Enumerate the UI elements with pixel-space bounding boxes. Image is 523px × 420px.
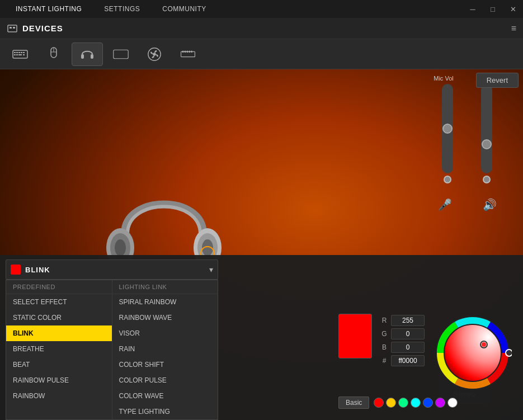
- device-keyboard-btn[interactable]: [4, 43, 36, 66]
- nav-community[interactable]: COMMUNITY: [151, 0, 218, 18]
- preset-yellow[interactable]: [386, 398, 396, 408]
- predefined-header: PREDEFINED: [6, 280, 112, 294]
- sidetone-slider[interactable]: [481, 84, 492, 173]
- color-inputs: R G B #: [381, 315, 425, 366]
- dropdown-item-rain[interactable]: RAIN: [112, 341, 218, 357]
- device-mouse-btn[interactable]: [38, 43, 69, 66]
- device-fan-btn[interactable]: [139, 43, 170, 66]
- color-bottom-row: Basic: [338, 397, 458, 409]
- svg-point-20: [153, 53, 156, 56]
- dropdown-item-spiral-rainbow[interactable]: SPIRAL RAINBOW: [112, 294, 218, 310]
- keyboard-icon: [12, 46, 28, 62]
- window-controls: ─ □ ✕: [463, 0, 523, 18]
- svg-rect-2: [13, 27, 15, 29]
- dropdown-item-breathe[interactable]: BREATHE: [6, 341, 112, 357]
- svg-rect-16: [81, 54, 84, 59]
- device-ram-btn[interactable]: [172, 43, 204, 66]
- effect-name: BLINK: [25, 266, 205, 274]
- svg-point-44: [507, 351, 511, 355]
- dropdown-item-blink[interactable]: BLINK: [6, 325, 112, 341]
- predefined-col: PREDEFINED SELECT EFFECT STATIC COLOR BL…: [6, 280, 112, 419]
- sidetone-indicator: [483, 176, 491, 183]
- basic-button[interactable]: Basic: [338, 397, 369, 409]
- mic-vol-indicator: [444, 176, 451, 183]
- nav-instant-lighting[interactable]: INSTANT LIGHTING: [4, 0, 93, 18]
- effect-color-swatch: [11, 265, 21, 275]
- main-content: Mic Vol Sidetone 🎤 🔊: [0, 69, 523, 420]
- svg-rect-23: [185, 50, 186, 52]
- svg-rect-8: [23, 52, 25, 53]
- headset-icon: [79, 46, 95, 62]
- g-label: G: [381, 330, 388, 338]
- g-input-row: G: [381, 328, 425, 339]
- dropdown-item-visor[interactable]: VISOR: [112, 325, 218, 341]
- device-icons-bar: [0, 39, 523, 69]
- color-picker-area: R G B #: [338, 314, 512, 409]
- g-input[interactable]: [391, 328, 425, 339]
- devices-menu-icon[interactable]: ≡: [511, 23, 516, 34]
- devices-title: DEVICES: [7, 23, 507, 34]
- b-input[interactable]: [391, 342, 425, 353]
- lighting-link-col: LIGHTING LINK SPIRAL RAINBOW RAINBOW WAV…: [112, 280, 218, 419]
- svg-rect-0: [8, 25, 17, 32]
- minimize-button[interactable]: ─: [463, 0, 483, 18]
- preset-purple[interactable]: [435, 398, 445, 408]
- color-wheel-svg: [434, 314, 512, 392]
- preset-red[interactable]: [374, 398, 384, 408]
- dropdown-item-color-pulse[interactable]: COLOR PULSE: [112, 372, 218, 388]
- title-bar: INSTANT LIGHTING SETTINGS COMMUNITY ─ □ …: [0, 0, 523, 18]
- devices-bar: DEVICES ≡: [0, 18, 523, 39]
- dropdown-item-rainbow-wave[interactable]: RAINBOW WAVE: [112, 310, 218, 325]
- svg-rect-10: [16, 54, 18, 55]
- mic-vol-slider[interactable]: [442, 84, 453, 173]
- dropdown-item-color-wave[interactable]: COLOR WAVE: [112, 388, 218, 404]
- preset-blue[interactable]: [423, 398, 433, 408]
- preset-cyan[interactable]: [411, 398, 421, 408]
- mic-vol-slider-wrap: [442, 84, 453, 196]
- maximize-button[interactable]: □: [483, 0, 503, 18]
- svg-rect-18: [114, 50, 128, 59]
- svg-rect-5: [16, 52, 18, 53]
- r-label: R: [381, 317, 388, 324]
- r-input[interactable]: [391, 315, 425, 326]
- effect-dropdown[interactable]: BLINK ▾: [6, 259, 218, 280]
- revert-button-wrap: Revert: [472, 69, 523, 91]
- hash-label: #: [381, 357, 388, 365]
- svg-rect-17: [91, 54, 93, 59]
- dropdown-item-rainbow[interactable]: RAINBOW: [6, 388, 112, 404]
- sliders-row: [417, 84, 517, 196]
- svg-rect-11: [18, 54, 22, 55]
- dropdown-item-type-lighting[interactable]: TYPE LIGHTING: [112, 404, 218, 419]
- preset-white[interactable]: [447, 398, 458, 408]
- device-headset-btn[interactable]: [72, 43, 103, 66]
- lighting-link-header: LIGHTING LINK: [112, 280, 218, 294]
- dropdown-chevron-icon: ▾: [209, 265, 213, 274]
- svg-rect-7: [21, 52, 22, 53]
- dropdown-item-color-shift[interactable]: COLOR SHIFT: [112, 357, 218, 372]
- r-input-row: R: [381, 315, 425, 326]
- dropdown-item-select-effect[interactable]: SELECT EFFECT: [6, 294, 112, 310]
- nav-settings[interactable]: SETTINGS: [93, 0, 151, 18]
- preset-green[interactable]: [398, 398, 408, 408]
- svg-rect-1: [10, 27, 12, 29]
- dropdown-item-beat[interactable]: BEAT: [6, 357, 112, 372]
- device-mousepad-btn[interactable]: [105, 43, 136, 66]
- hex-input-row: #: [381, 355, 425, 366]
- hex-input[interactable]: [391, 355, 425, 366]
- mic-vol-label: Mic Vol: [434, 75, 453, 82]
- nav-bar: INSTANT LIGHTING SETTINGS COMMUNITY: [4, 0, 218, 18]
- dropdown-item-static-color[interactable]: STATIC COLOR: [6, 310, 112, 325]
- dropdown-menu: PREDEFINED SELECT EFFECT STATIC COLOR BL…: [6, 280, 218, 420]
- dropdown-item-rainbow-pulse[interactable]: RAINBOW PULSE: [6, 372, 112, 388]
- revert-button[interactable]: Revert: [476, 73, 519, 88]
- ram-icon: [180, 46, 196, 62]
- color-wheel[interactable]: [434, 314, 512, 392]
- svg-rect-24: [187, 50, 188, 52]
- svg-point-42: [482, 342, 486, 347]
- mousepad-icon: [113, 46, 129, 62]
- svg-rect-12: [23, 54, 25, 55]
- close-button[interactable]: ✕: [503, 0, 523, 18]
- color-presets: [374, 398, 458, 408]
- svg-rect-6: [18, 52, 20, 53]
- devices-icon: [7, 23, 18, 34]
